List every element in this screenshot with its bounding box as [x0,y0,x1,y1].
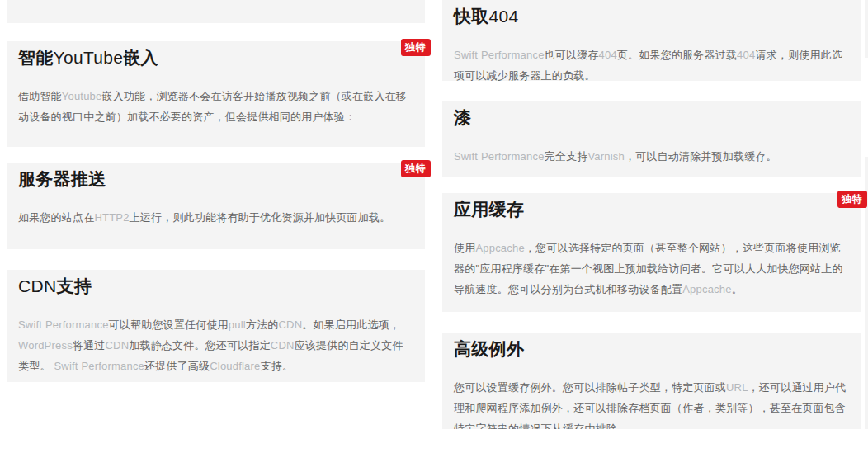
latin-text: WordPress [18,339,73,352]
cjk-text: ，可以自动清除并预加载缓存。 [625,150,777,163]
card-description: Swift Performance也可以缓存404页。如果您的服务器过载404请… [454,45,847,81]
latin-text: Swift Performance [51,360,144,372]
card-content: CDN支持 Swift Performance可以帮助您设置任何使用pull方法… [7,270,425,382]
card-advanced-exceptions: 高级例外 您可以设置缓存例外。您可以排除帖子类型，特定页面或URL，还可以通过用… [442,333,861,429]
adjacent-column-card-sliver [865,0,868,58]
cjk-text: 支持 [56,276,92,295]
latin-text: CDN [105,339,129,352]
card-description: Swift Performance完全支持Varnish，可以自动清除并预加载缓… [454,146,847,167]
cjk-text: 页。如果您的服务器过载 [617,49,737,61]
card-content: 应用缓存 使用Appcache，您可以选择特定的页面（甚至整个网站），这些页面将… [442,193,861,312]
cjk-text: 使用 [454,242,475,254]
card-server-push: 服务器推送 如果您的站点在HTTP2上运行，则此功能将有助于优化资源并加快页面加… [7,163,425,249]
card-content: 高级例外 您可以设置缓存例外。您可以排除帖子类型，特定页面或URL，还可以通过用… [442,333,861,429]
cjk-text: 快取 [454,7,489,26]
card-title: 智能YouTube嵌入 [18,46,410,69]
card-description: 使用Appcache，您可以选择特定的页面（甚至整个网站），这些页面将使用浏览器… [454,238,847,300]
card-title: 漆 [454,106,847,130]
cjk-text: 。如果启用此选项， [302,319,400,331]
card-title: 应用缓存 [454,198,847,221]
cjk-text: 高级例外 [454,339,524,358]
cjk-text: 嵌入 [123,48,158,67]
unique-badge: 独特 [837,191,867,208]
cjk-text: 还提供了高级 [144,360,210,372]
card-content [7,0,425,23]
card-title: 快取404 [454,5,847,28]
cjk-text: 也可以缓存 [545,49,599,61]
cjk-text: 加载静态文件。您还可以指定 [129,339,271,352]
latin-text: URL [726,381,748,394]
latin-text: Youtube [62,90,102,102]
card-description: 您可以设置缓存例外。您可以排除帖子类型，特定页面或URL，还可以通过用户代理和爬… [454,377,847,429]
features-section: 智能YouTube嵌入 借助智能Youtube嵌入功能，浏览器不会在访客开始播放… [0,0,868,453]
card-content: 快取404 Swift Performance也可以缓存404页。如果您的服务器… [442,0,861,81]
cjk-text: 如果您的站点在 [18,211,94,224]
latin-text: 404 [737,49,755,61]
cjk-text: 借助智能 [18,90,62,102]
card-appcache: 应用缓存 使用Appcache，您可以选择特定的页面（甚至整个网站），这些页面将… [442,193,861,312]
cjk-text: 。 [732,283,743,295]
cjk-text: 服务器推送 [18,169,106,188]
card-varnish: 漆 Swift Performance完全支持Varnish，可以自动清除并预加… [442,101,861,177]
unique-badge: 独特 [401,39,431,56]
card-description: 借助智能Youtube嵌入功能，浏览器不会在访客开始播放视频之前（或在嵌入在移动… [18,86,410,127]
cjk-text: 漆 [454,108,471,127]
cjk-text: 上运行，则此功能将有助于优化资源并加快页面加载。 [130,211,391,224]
latin-text: Appcache [475,242,524,254]
latin-text: 404 [599,49,617,61]
unique-badge: 独特 [401,160,431,177]
latin-text: YouTube [54,48,124,67]
latin-text: CDN [271,339,295,352]
cjk-text: 应用缓存 [454,200,524,219]
card-content: 漆 Swift Performance完全支持Varnish，可以自动清除并预加… [442,101,861,177]
card-cache-404: 快取404 Swift Performance也可以缓存404页。如果您的服务器… [442,0,861,81]
latin-text: CDN [18,276,56,295]
card-content: 服务器推送 如果您的站点在HTTP2上运行，则此功能将有助于优化资源并加快页面加… [7,163,425,249]
latin-text: Swift Performance [454,150,545,163]
latin-text: CDN [278,319,302,331]
card-content: 智能YouTube嵌入 借助智能Youtube嵌入功能，浏览器不会在访客开始播放… [7,41,425,147]
latin-text: Cloudflare [210,360,260,372]
card-title: 服务器推送 [18,168,410,191]
latin-text: 404 [489,7,519,26]
latin-text: Swift Performance [454,49,545,61]
cjk-text: 智能 [18,48,54,67]
latin-text: Varnish [587,150,625,163]
cjk-text: 支持。 [261,360,294,372]
latin-text: pull [229,319,246,331]
cjk-text: 完全支持 [545,150,588,163]
cjk-text: 可以帮助您设置任何使用 [109,319,229,331]
card-title: CDN支持 [18,275,410,298]
cjk-text: 将通过 [73,339,106,352]
latin-text: Appcache [682,283,731,295]
card-cdn-support: CDN支持 Swift Performance可以帮助您设置任何使用pull方法… [7,270,425,382]
cjk-text: 方法的 [246,319,279,331]
card-smart-youtube-embed: 智能YouTube嵌入 借助智能Youtube嵌入功能，浏览器不会在访客开始播放… [7,41,425,147]
cjk-text: 您可以设置缓存例外。您可以排除帖子类型，特定页面或 [454,381,726,394]
partial-card-top [7,0,425,23]
card-title: 高级例外 [454,337,847,361]
latin-text: Swift Performance [18,319,109,331]
card-description: Swift Performance可以帮助您设置任何使用pull方法的CDN。如… [18,314,410,376]
card-description: 如果您的站点在HTTP2上运行，则此功能将有助于优化资源并加快页面加载。 [18,207,410,228]
latin-text: HTTP2 [94,211,129,224]
